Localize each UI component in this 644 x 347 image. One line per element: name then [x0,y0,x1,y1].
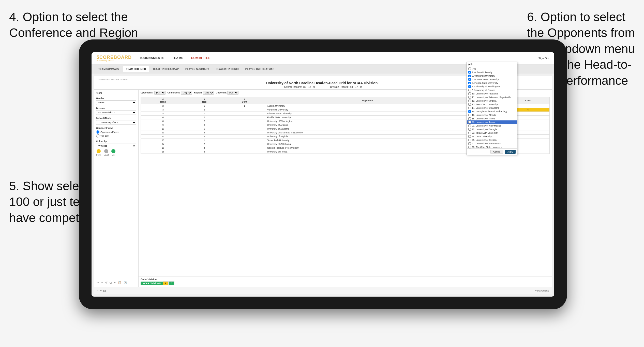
cell-reg: 2 [185,119,223,123]
fit-btn[interactable]: ⊡ [103,289,106,293]
reset-btn[interactable]: ↺ [105,281,108,285]
dropdown-item[interactable]: 25. University of Oregon [467,138,517,142]
dropdown-checkbox[interactable] [468,146,471,148]
dropdown-item[interactable]: 28. The Ohio State University [467,145,517,148]
dropdown-checkbox[interactable] [468,90,471,91]
cell-opponent: Florida State University [266,116,469,119]
dropdown-item[interactable]: 15. Georgia Institute of Technology [467,110,517,113]
conference-filter-select[interactable]: (All) [181,91,192,95]
dropdown-checkbox[interactable] [468,92,471,95]
dropdown-item[interactable]: 24. Duke University [467,135,517,138]
cell-conf [223,108,266,112]
dropdown-checkbox[interactable] [468,107,471,109]
copy-btn[interactable]: ⧉ [109,281,112,285]
clock-btn[interactable]: 🕐 [123,281,128,285]
gender-label: Gender [96,97,136,100]
cell-conf [223,112,266,116]
nav-committee[interactable]: COMMITTEE [191,55,211,61]
colour-by-select[interactable]: Win/loss [96,144,136,148]
dropdown-item[interactable]: 9. University of Arizona [467,90,517,92]
subnav-team-summary[interactable]: TEAM SUMMARY [95,66,122,72]
dropdown-checkbox[interactable] [468,139,471,141]
overall-record-value: 89 - 17 - 0 [303,86,315,88]
tablet-device: 5COREBOARD Powered by AkZact TOURNAMENTS… [79,39,567,309]
dropdown-item[interactable]: 10. University of Alabama [467,92,517,95]
dropdown-item[interactable]: 18. University of Illinois [467,117,517,120]
cell-reg: 3 [185,123,223,127]
tablet-screen: 5COREBOARD Powered by AkZact TOURNAMENTS… [92,52,554,297]
cell-opponent: University of Washington [266,119,469,123]
dropdown-item[interactable]: 11. University of Arkansas, Fayetteville [467,95,517,99]
dropdown-apply-button[interactable]: Apply [505,150,516,154]
cell-reg: 2 [185,116,223,119]
dropdown-item[interactable]: 16. University of Florida [467,113,517,117]
dropdown-item[interactable]: 27. University of Notre Dame [467,142,517,145]
cut-btn[interactable]: ✂ [113,281,116,285]
cell-conf [223,135,266,138]
dropdown-item[interactable]: 22. University of Georgia [467,128,517,131]
school-label: School (Rank) [96,117,136,119]
opponent-dropdown[interactable]: (All)2. Auburn University3. Vanderbilt U… [467,90,517,155]
dropdown-checkbox[interactable] [468,110,471,113]
subnav-team-h2h-heatmap[interactable]: TEAM H2H HEATMAP [149,66,182,72]
cell-opponent: Vanderbilt University [266,108,469,112]
undo-btn[interactable]: ↩ [96,281,99,285]
subnav-team-h2h-grid[interactable]: TEAM H2H GRID [123,66,149,72]
subnav-player-h2h-heatmap[interactable]: PLAYER H2H HEATMAP [242,66,277,72]
legend-down: Down [96,149,101,156]
opponents-played-radio[interactable]: Opponents Played [96,130,136,134]
redo-btn[interactable]: ↪ [100,281,104,285]
dropdown-checkbox[interactable] [468,121,471,123]
opponents-filter-select[interactable]: (All) [154,91,166,95]
dropdown-checkbox[interactable] [468,100,471,102]
dropdown-item-label: 9. University of Arizona [472,90,495,91]
dropdown-item-label: 28. The Ohio State University [472,146,502,148]
paste-btn[interactable]: 📋 [117,281,122,285]
dropdown-item[interactable]: 23. Texas A&M University [467,131,517,135]
division-select[interactable]: NCAA Division I [96,110,136,115]
top100-radio[interactable]: Top 100 [96,134,136,137]
cell-conf [223,142,266,146]
cell-conf [223,119,266,123]
dropdown-checkbox[interactable] [468,117,471,120]
zoom-in-btn[interactable]: + [100,289,102,293]
opponents-played-input[interactable] [96,130,99,134]
dropdown-checkbox[interactable] [468,132,471,134]
gender-filter-group: Gender Men's [96,97,136,105]
nav-tournaments[interactable]: TOURNAMENTS [139,55,164,61]
cell-rank: 11 [141,131,185,135]
dropdown-item-label: 23. Texas A&M University [472,132,498,134]
dropdown-checkbox[interactable] [468,142,471,145]
dropdown-checkbox[interactable] [468,128,471,131]
dropdown-item[interactable]: 12. University of Virginia [467,99,517,103]
opponent-filter-select[interactable]: (All) [227,91,238,95]
right-panel: Opponents: (All) Conference (All) [139,90,552,287]
school-filter-group: School (Rank) 1. University of Nort... [96,117,136,125]
dropdown-checkbox[interactable] [468,103,471,106]
team-label: Team [96,92,136,94]
gender-select[interactable]: Men's [96,100,136,105]
annotation-top-left: 4. Option to select the Conference and R… [9,9,141,41]
legend-level-label: Level [104,154,109,156]
division-label: Division [96,107,136,109]
cell-rank: 15 [141,146,185,150]
dropdown-item[interactable]: 14. University of Oklahoma [467,106,517,110]
top100-input[interactable] [96,134,99,137]
dropdown-item[interactable]: 20. University of Texas [467,120,517,124]
zoom-out-btn[interactable]: − [97,289,98,293]
subnav-player-summary[interactable]: PLAYER SUMMARY [182,66,212,72]
dropdown-item[interactable]: 21. University of New Mexico [467,124,517,128]
region-filter-select[interactable]: (All) [203,91,214,95]
nav-sign-out[interactable]: Sign Out [538,57,549,60]
dropdown-item[interactable]: 13. Texas Tech University [467,103,517,106]
dropdown-checkbox[interactable] [468,124,471,127]
dropdown-checkbox[interactable] [468,96,471,99]
dropdown-checkbox[interactable] [468,114,471,116]
view-label: View: Original [535,289,549,292]
subnav-player-h2h-grid[interactable]: PLAYER H2H GRID [213,66,242,72]
dropdown-checkbox[interactable] [468,135,471,138]
dropdown-cancel-button[interactable]: Cancel [490,150,503,154]
nav-teams[interactable]: TEAMS [172,55,184,61]
opponent-filter: Opponent (All) [216,91,239,95]
school-select[interactable]: 1. University of Nort... [96,120,136,125]
